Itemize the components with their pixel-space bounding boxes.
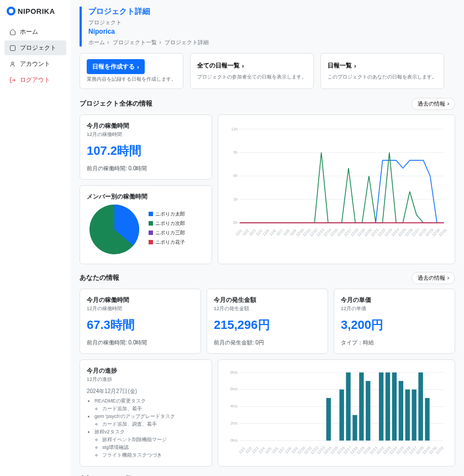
- bar-chart: 0hrs2hrs4hrs6hrs8hrs12/112/212/312/412/5…: [225, 367, 448, 455]
- total-hours-sub: 12月の稼働時間: [87, 131, 205, 138]
- legend-item: ニポりカ太郎: [149, 211, 185, 218]
- chevron-right-icon: ›: [447, 101, 449, 107]
- svg-text:12/7: 12/7: [276, 228, 283, 236]
- page-title: プロジェクト詳細: [88, 7, 455, 17]
- svg-text:12/1: 12/1: [238, 446, 246, 454]
- you-section-title: あなたの情報: [80, 273, 119, 283]
- past-info-button[interactable]: 過去の情報 ›: [412, 98, 455, 110]
- svg-rect-67: [418, 372, 423, 440]
- page-header: プロジェクト詳細 プロジェクト Niporica ホーム› プロジェクト一覧› …: [80, 7, 455, 46]
- my-reports-button[interactable]: 日報一覧 ›: [328, 59, 356, 72]
- svg-rect-63: [392, 372, 397, 440]
- svg-rect-60: [366, 381, 370, 441]
- line-chart: 0h3h6h9h12h12/112/212/312/412/512/612/71…: [225, 122, 448, 238]
- you-amount-title: 今月の発生金額: [214, 296, 321, 304]
- task-item: READMEの変更タスク: [94, 397, 205, 405]
- svg-rect-62: [386, 372, 390, 440]
- my-reports-label: 日報一覧: [328, 61, 352, 70]
- svg-text:12/4: 12/4: [258, 446, 266, 454]
- home-icon: [9, 28, 17, 36]
- you-hours-value: 67.3時間: [87, 317, 194, 333]
- svg-text:2hrs: 2hrs: [230, 421, 238, 425]
- task-subitem: カード追加、調査、着手: [102, 421, 205, 428]
- svg-rect-57: [346, 372, 350, 440]
- svg-text:3h: 3h: [234, 197, 238, 201]
- svg-text:12/5: 12/5: [262, 228, 270, 236]
- progress-sub: 12月の進捗: [87, 376, 205, 383]
- svg-text:12/4: 12/4: [255, 228, 263, 236]
- project-label: プロジェクト: [88, 19, 455, 27]
- task-subitem: フライト機能タスクつづき: [102, 452, 205, 459]
- chevron-right-icon: ›: [242, 62, 244, 69]
- line-chart-card: 0h3h6h9h12h12/112/212/312/412/512/612/71…: [218, 114, 455, 264]
- total-hours-prev: 前月の稼働時間: 0.0時間: [87, 165, 205, 172]
- legend-item: ニポりカ花子: [149, 239, 185, 246]
- progress-card: 今月の進捗 12月の進捗 2024年12月27日(金) READMEの変更タスク…: [80, 359, 212, 467]
- past-info-button-2[interactable]: 過去の情報 ›: [412, 272, 455, 284]
- task-subitem: 旅程イベント削除機能マージ: [102, 436, 205, 443]
- main-content: プロジェクト詳細 プロジェクト Niporica ホーム› プロジェクト一覧› …: [71, 0, 464, 476]
- task-list: 2024年12月27日(金) READMEの変更タスク カード追加、着手 gem…: [87, 388, 205, 459]
- action-my-reports: 日報一覧 › このプロジェクトのあなたの日報を表示します。: [320, 53, 444, 89]
- svg-text:12/6: 12/6: [269, 228, 277, 236]
- svg-text:12/3: 12/3: [249, 228, 256, 236]
- project-icon: [9, 44, 17, 52]
- crumb-projects[interactable]: プロジェクト一覧: [113, 39, 157, 45]
- pie-chart: [87, 202, 142, 257]
- you-rate-prev: タイプ：時給: [341, 339, 448, 347]
- you-stats-row: 今月の稼働時間 12月の稼働時間 67.3時間 前月の稼働時間: 0.0時間 今…: [80, 289, 455, 354]
- bar-chart-card: 0hrs2hrs4hrs6hrs8hrs12/112/212/312/412/5…: [218, 359, 455, 467]
- nav-home[interactable]: ホーム: [4, 24, 66, 39]
- svg-rect-56: [339, 389, 344, 440]
- project-name: Niporica: [88, 28, 455, 35]
- project-grid: 今月の稼働時間 12月の稼働時間 107.2時間 前月の稼働時間: 0.0時間 …: [80, 114, 455, 264]
- svg-text:4hrs: 4hrs: [230, 404, 238, 408]
- action-create-report: 日報を作成する › 業務内容を記録する日報を作成します。: [80, 53, 183, 89]
- you-rate-card: 今月の単価 12月の単価 3,200円 タイプ：時給: [334, 289, 455, 354]
- svg-text:12/8: 12/8: [282, 228, 290, 236]
- svg-text:12/31: 12/31: [435, 445, 444, 454]
- member-hours-card: メンバー別の稼働時間 ニポりカ太郎 ニポりカ次郎 ニポりカ三郎 ニポりカ花子: [80, 185, 212, 264]
- you-section-header: あなたの情報 過去の情報 ›: [80, 272, 455, 284]
- chevron-right-icon: ›: [354, 62, 356, 69]
- total-hours-card: 今月の稼働時間 12月の稼働時間 107.2時間 前月の稼働時間: 0.0時間: [80, 114, 212, 180]
- action-all-reports: 全ての日報一覧 › プロジェクトの参加者全ての日報を表示します。: [190, 53, 314, 89]
- svg-point-0: [9, 9, 13, 13]
- svg-text:12h: 12h: [231, 127, 238, 130]
- all-reports-label: 全ての日報一覧: [197, 61, 240, 70]
- sidebar: NIPORIKA ホーム プロジェクト アカウント ログアウト: [0, 0, 71, 476]
- chevron-right-icon: ›: [447, 275, 449, 281]
- crumb-home[interactable]: ホーム: [88, 39, 105, 45]
- you-rate-title: 今月の単価: [341, 296, 448, 304]
- task-item: 旅程v2タスク: [94, 428, 205, 436]
- past-info-label: 過去の情報: [418, 100, 445, 108]
- svg-rect-1: [10, 45, 15, 50]
- crumb-detail[interactable]: プロジェクト詳細: [165, 39, 209, 45]
- svg-text:12/6: 12/6: [271, 446, 279, 454]
- create-report-button[interactable]: 日報を作成する ›: [87, 59, 145, 74]
- svg-text:12/8: 12/8: [284, 446, 292, 454]
- svg-text:12/5: 12/5: [265, 446, 272, 454]
- svg-text:12/7: 12/7: [278, 446, 286, 454]
- progress-date: 2024年12月27日(金): [87, 388, 205, 395]
- svg-text:9h: 9h: [234, 150, 238, 154]
- you-hours-prev: 前月の稼働時間: 0.0時間: [87, 339, 194, 347]
- breadcrumb: ホーム› プロジェクト一覧› プロジェクト詳細: [88, 39, 455, 46]
- you-amount-sub: 12月の発生金額: [214, 305, 321, 312]
- logo: NIPORIKA: [4, 7, 66, 15]
- past-info-label: 過去の情報: [418, 274, 445, 282]
- progress-title: 今月の進捗: [87, 367, 205, 375]
- all-reports-button[interactable]: 全ての日報一覧 ›: [197, 59, 244, 72]
- logo-icon: [7, 7, 15, 15]
- you-rate-sub: 12月の単価: [341, 305, 448, 312]
- task-subitem: stg環境確認: [102, 444, 205, 451]
- nav-account[interactable]: アカウント: [4, 56, 66, 71]
- svg-text:12/1: 12/1: [235, 228, 242, 236]
- chevron-right-icon: ›: [137, 64, 139, 70]
- pie-legend: ニポりカ太郎 ニポりカ次郎 ニポりカ三郎 ニポりカ花子: [149, 211, 185, 248]
- nav-logout[interactable]: ログアウト: [4, 72, 66, 87]
- task-item: gem 'psych'のアップグレードタスク: [94, 413, 205, 420]
- project-section-header: プロジェクト全体の情報 過去の情報 ›: [80, 98, 455, 110]
- nav-project[interactable]: プロジェクト: [4, 40, 66, 55]
- svg-rect-61: [379, 372, 383, 440]
